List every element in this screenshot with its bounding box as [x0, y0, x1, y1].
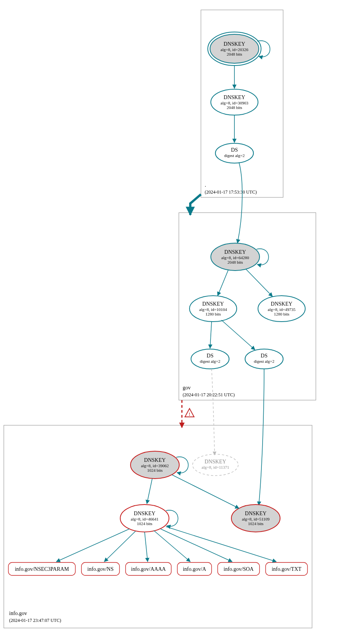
- node-infogov-zsk: DNSKEY alg=8, id=46641 1024 bits: [120, 505, 169, 532]
- node-root-ds: DS digest alg=2: [215, 143, 253, 163]
- node-sub: 1280 bits: [274, 312, 290, 316]
- zone-gov: DNSKEY alg=8, id=64280 2048 bits DNSKEY …: [179, 162, 316, 400]
- node-label: DNSKEY: [224, 41, 245, 47]
- node-label: DS: [231, 147, 238, 153]
- edge: [154, 530, 190, 562]
- node-infogov-ksk: DNSKEY alg=8, id=39062 1024 bits: [131, 451, 179, 479]
- node-label: DNSKEY: [245, 511, 267, 516]
- node-sub: alg=8, id=49735: [268, 307, 296, 312]
- zone-root: DNSKEY alg=8, id=20326 2048 bits DNSKEY …: [201, 10, 283, 197]
- edge: [218, 270, 228, 296]
- edge: [246, 269, 272, 296]
- edge: [56, 529, 129, 562]
- rr-label: info.gov/A: [183, 566, 206, 572]
- zone-timestamp: (2024-01-17 23:47:07 UTC): [9, 618, 61, 623]
- node-sub: digest alg=2: [200, 359, 220, 364]
- edge-ds-to-dnskey: [259, 369, 264, 505]
- node-sub: alg=8, id=64280: [221, 255, 249, 260]
- edge: [221, 320, 255, 350]
- node-sub: 1024 bits: [248, 521, 264, 526]
- edge: [104, 531, 135, 562]
- node-infogov-ksk2: DNSKEY alg=8, id=51109 1024 bits: [231, 505, 280, 532]
- rr-label: info.gov/NSEC3PARAM: [15, 566, 69, 572]
- node-sub: alg=8, id=11371: [202, 465, 229, 469]
- edge-ds-to-ghost: [212, 369, 215, 455]
- warning-icon: !: [185, 409, 194, 417]
- node-label: DS: [207, 353, 213, 359]
- node-sub: 2048 bits: [227, 52, 242, 56]
- zone-timestamp: (2024-01-17 17:53:30 UTC): [205, 189, 257, 195]
- node-label: DNSKEY: [202, 301, 224, 307]
- node-sub: 2048 bits: [228, 260, 243, 264]
- node-sub: alg=8, id=51109: [242, 517, 270, 521]
- node-gov-zsk2: DNSKEY alg=8, id=49735 1280 bits: [258, 296, 305, 322]
- node-sub: alg=8, id=30903: [221, 101, 248, 105]
- node-root-zsk: DNSKEY alg=8, id=30903 2048 bits: [211, 89, 258, 115]
- node-label: DNSKEY: [271, 301, 293, 307]
- zone-timestamp: (2024-01-17 20:22:51 UTC): [183, 392, 235, 397]
- node-root-ksk: DNSKEY alg=8, id=20326 2048 bits: [208, 32, 261, 66]
- node-sub: 1024 bits: [137, 521, 153, 526]
- zone-label: info.gov: [9, 610, 27, 616]
- node-sub: 1280 bits: [205, 312, 221, 316]
- node-label: DNSKEY: [205, 459, 226, 465]
- rrset-soa: info.gov/SOA: [218, 562, 260, 575]
- edge-ds-to-dnskey: [237, 162, 242, 243]
- edge: [172, 475, 239, 508]
- node-sub: 1024 bits: [147, 468, 163, 473]
- node-sub: alg=8, id=20326: [221, 47, 248, 52]
- rr-label: info.gov/SOA: [224, 566, 254, 572]
- node-infogov-ghost: DNSKEY alg=8, id=11371: [193, 454, 238, 476]
- rr-label: info.gov/AAAA: [131, 566, 166, 572]
- svg-text:!: !: [189, 412, 190, 417]
- node-label: DS: [261, 353, 268, 359]
- dnssec-diagram: DNSKEY alg=8, id=20326 2048 bits DNSKEY …: [0, 0, 352, 644]
- node-label: DNSKEY: [224, 95, 245, 100]
- delegation-edge: [190, 194, 201, 215]
- node-gov-zsk1: DNSKEY alg=8, id=10104 1280 bits: [190, 296, 237, 322]
- node-label: DNSKEY: [134, 511, 156, 516]
- rrset-a: info.gov/A: [177, 562, 212, 575]
- node-gov-ds2: DS digest alg=2: [245, 349, 283, 369]
- zone-infogov: ! DNSKEY alg=8, id=39062 1024 bits DNSKE…: [4, 369, 312, 628]
- node-sub: digest alg=2: [254, 359, 274, 364]
- edge: [145, 532, 148, 562]
- node-gov-ds1: DS digest alg=2: [191, 349, 229, 369]
- node-sub: alg=8, id=46641: [131, 517, 159, 521]
- zone-label: .: [205, 182, 206, 188]
- rrset-nsec3param: info.gov/NSEC3PARAM: [8, 562, 75, 575]
- zone-label: gov: [183, 385, 191, 391]
- node-sub: 2048 bits: [227, 105, 242, 110]
- node-label: DNSKEY: [225, 249, 246, 255]
- node-sub: alg=8, id=10104: [199, 307, 227, 312]
- node-sub: alg=8, id=39062: [141, 463, 169, 468]
- node-sub: digest alg=2: [224, 153, 245, 158]
- node-gov-ksk: DNSKEY alg=8, id=64280 2048 bits: [211, 243, 260, 271]
- node-label: DNSKEY: [144, 457, 166, 463]
- rr-label: info.gov/TXT: [272, 566, 302, 572]
- edge: [210, 322, 212, 348]
- rrset-txt: info.gov/TXT: [266, 562, 307, 575]
- edge: [147, 479, 152, 504]
- rrset-ns: info.gov/NS: [81, 562, 119, 575]
- rrset-aaaa: info.gov/AAAA: [126, 562, 171, 575]
- rr-label: info.gov/NS: [88, 566, 114, 572]
